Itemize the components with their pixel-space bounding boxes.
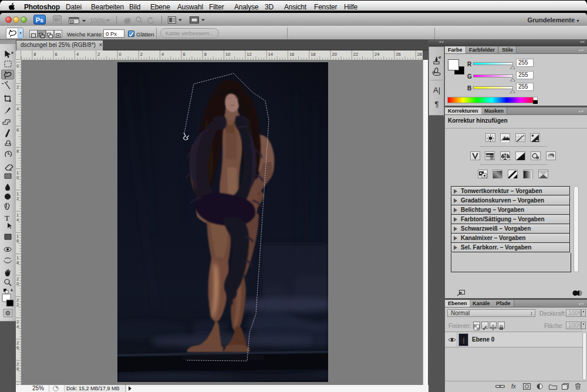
svg-text:2: 2 (16, 302, 19, 307)
svg-text:T: T (5, 214, 9, 222)
svg-text:0: 0 (16, 175, 19, 180)
svg-text:12: 12 (247, 52, 251, 57)
svg-text:6: 6 (16, 238, 19, 244)
svg-text:0: 0 (119, 52, 122, 57)
svg-text:2: 2 (97, 52, 100, 57)
svg-text:8: 8 (16, 366, 19, 371)
svg-text:6: 6 (55, 52, 58, 57)
svg-text:0: 0 (16, 63, 19, 69)
svg-text:6: 6 (183, 52, 185, 57)
svg-text:6: 6 (16, 345, 19, 350)
svg-text:4: 4 (161, 52, 164, 57)
svg-text:4: 4 (76, 52, 79, 57)
svg-text:18: 18 (311, 52, 315, 57)
svg-text:2: 2 (140, 52, 143, 57)
svg-text:6: 6 (16, 127, 19, 133)
svg-text:8: 8 (16, 148, 19, 154)
svg-text:28: 28 (417, 52, 422, 57)
svg-text:20: 20 (332, 52, 337, 57)
svg-text:24: 24 (375, 52, 379, 57)
svg-text:10: 10 (225, 52, 230, 57)
svg-text:14: 14 (268, 52, 273, 57)
svg-text:4: 4 (16, 106, 19, 111)
svg-text:16: 16 (289, 52, 294, 57)
svg-text:8: 8 (204, 52, 207, 57)
svg-text:0: 0 (16, 281, 19, 286)
svg-text:22: 22 (353, 52, 358, 57)
svg-text:4: 4 (16, 324, 19, 329)
svg-text:2: 2 (16, 196, 19, 201)
svg-text:2: 2 (16, 85, 19, 90)
svg-text:8: 8 (33, 52, 36, 57)
svg-text:4: 4 (16, 217, 19, 222)
svg-text:8: 8 (16, 260, 19, 265)
svg-text:26: 26 (396, 52, 400, 57)
